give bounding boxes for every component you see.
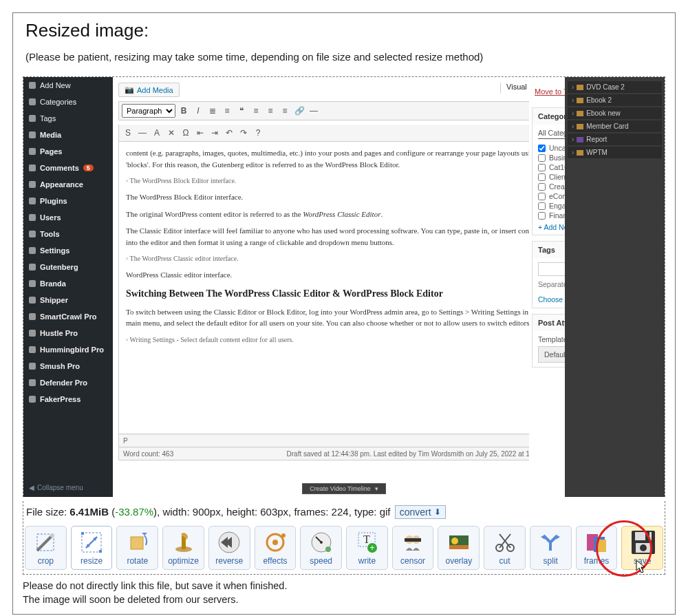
tab-visual[interactable]: Visual (500, 83, 533, 94)
sidebar-item-tags[interactable]: Tags (23, 110, 113, 127)
rotate-icon (125, 530, 150, 555)
sidebar-item-plugins[interactable]: Plugins (23, 193, 113, 209)
category-checkbox[interactable] (538, 164, 546, 171)
save-button[interactable]: save (621, 526, 663, 570)
sidebar-item-gutenberg[interactable]: Gutenberg (23, 259, 113, 275)
layer-item[interactable]: ›Report (568, 134, 662, 145)
sidebar-item-settings[interactable]: Settings (23, 242, 113, 259)
folder-icon (577, 98, 583, 103)
sidebar-label: FakerPress (40, 395, 80, 403)
speed-button[interactable]: speed (300, 526, 342, 570)
sidebar-label: SmartCrawl Pro (40, 312, 97, 321)
folder-icon (577, 85, 583, 90)
convert-label: convert (400, 507, 431, 518)
footer-note: Please do not directly link this file, b… (23, 579, 665, 607)
resize-button[interactable]: resize (71, 526, 113, 570)
element-path: P (123, 437, 555, 445)
category-checkbox[interactable] (538, 183, 546, 191)
sidebar-item-smush-pro[interactable]: Smush Pro (23, 358, 113, 374)
layer-item[interactable]: ›WPTM (568, 147, 662, 158)
menu-icon (29, 214, 36, 221)
align-left-button[interactable]: ≡ (250, 105, 262, 117)
rotate-button[interactable]: rotate (116, 526, 158, 570)
sidebar-item-add-new[interactable]: Add New (23, 77, 113, 94)
sidebar-item-shipper[interactable]: Shipper (23, 292, 113, 308)
layer-item[interactable]: ›DVD Case 2 (568, 81, 662, 93)
sidebar-item-smartcrawl-pro[interactable]: SmartCrawl Pro (23, 308, 113, 325)
sidebar-item-hustle-pro[interactable]: Hustle Pro (23, 325, 113, 341)
tool-label: censor (400, 556, 425, 566)
add-media-label: Add Media (137, 86, 173, 94)
category-checkbox[interactable] (538, 212, 546, 220)
quote-button[interactable]: ❝ (235, 105, 248, 117)
number-list-button[interactable]: ≡ (221, 105, 233, 117)
align-right-button[interactable]: ≡ (279, 105, 291, 117)
category-checkbox[interactable] (538, 173, 546, 181)
bullet-list-button[interactable]: ≣ (206, 105, 219, 117)
category-checkbox[interactable] (538, 202, 546, 210)
italic-button[interactable]: I (192, 105, 204, 117)
effects-button[interactable]: effects (255, 526, 297, 570)
menu-icon (29, 181, 36, 188)
create-timeline-button[interactable]: Create Video Timeline ▾ (302, 483, 385, 494)
layer-item[interactable]: ›Ebook new (568, 107, 662, 119)
cut-button[interactable]: cut (484, 526, 526, 570)
menu-icon (29, 346, 36, 353)
sidebar-item-defender-pro[interactable]: Defender Pro (23, 374, 113, 391)
editor-content[interactable]: content (e.g. paragraphs, images, quotes… (118, 142, 559, 434)
indent-button[interactable]: ⇥ (208, 127, 221, 139)
censor-button[interactable]: censor (392, 526, 434, 570)
sidebar-label: Plugins (40, 197, 67, 205)
sidebar-item-users[interactable]: Users (23, 209, 113, 226)
crop-button[interactable]: crop (25, 526, 67, 570)
outdent-button[interactable]: ⇤ (194, 127, 206, 139)
tool-label: split (544, 556, 558, 566)
category-checkbox[interactable] (538, 145, 546, 152)
sidebar-label: Pages (40, 147, 62, 156)
write-button[interactable]: T+write (346, 526, 388, 570)
format-select[interactable]: Paragraph (122, 104, 175, 118)
link-button[interactable]: 🔗 (293, 105, 305, 117)
sidebar-item-pages[interactable]: Pages (23, 143, 113, 160)
layer-label: Report (586, 136, 607, 143)
bold-button[interactable]: B (178, 105, 190, 117)
frames-button[interactable]: frames (576, 526, 618, 570)
split-button[interactable]: split (530, 526, 572, 570)
more-button[interactable]: — (308, 105, 320, 117)
overlay-button[interactable]: overlay (438, 526, 480, 570)
clear-button[interactable]: ✕ (165, 127, 178, 139)
sidebar-item-appearance[interactable]: Appearance (23, 176, 113, 193)
hr-button[interactable]: — (136, 127, 149, 139)
align-center-button[interactable]: ≡ (264, 105, 277, 117)
char-button[interactable]: Ω (180, 127, 192, 139)
layer-item[interactable]: ›Member Card (568, 120, 662, 132)
sidebar-item-branda[interactable]: Branda (23, 275, 113, 292)
add-media-button[interactable]: 📷 Add Media (118, 83, 180, 97)
svg-rect-4 (99, 550, 102, 553)
page-frame: Resized image: (Please be patient, resiz… (12, 12, 676, 615)
sidebar-label: Gutenberg (40, 263, 78, 271)
folder-icon (577, 124, 583, 129)
reverse-button[interactable]: reverse (208, 526, 250, 570)
svg-point-41 (640, 544, 647, 551)
convert-button[interactable]: convert ⬇ (395, 505, 446, 519)
optimize-button[interactable]: optimize (162, 526, 204, 570)
textcolor-button[interactable]: A (151, 127, 163, 139)
category-checkbox[interactable] (538, 193, 546, 200)
svg-point-1 (50, 533, 54, 538)
layer-item[interactable]: ›Ebook 2 (568, 94, 662, 106)
optimize-icon (171, 530, 196, 555)
undo-button[interactable]: ↶ (223, 127, 235, 139)
sidebar-item-media[interactable]: Media (23, 127, 113, 143)
sidebar-item-hummingbird-pro[interactable]: Hummingbird Pro (23, 341, 113, 358)
strike-button[interactable]: S (122, 127, 134, 139)
help-button[interactable]: ? (252, 127, 264, 139)
sidebar-item-comments[interactable]: Comments5 (23, 160, 113, 176)
category-checkbox[interactable] (538, 154, 546, 162)
sidebar-item-tools[interactable]: Tools (23, 226, 113, 242)
sidebar-item-categories[interactable]: Categories (23, 94, 113, 110)
redo-button[interactable]: ↷ (237, 127, 250, 139)
tool-label: crop (38, 556, 54, 566)
sidebar-item-fakerpress[interactable]: FakerPress (23, 391, 113, 407)
svg-rect-3 (81, 532, 84, 535)
